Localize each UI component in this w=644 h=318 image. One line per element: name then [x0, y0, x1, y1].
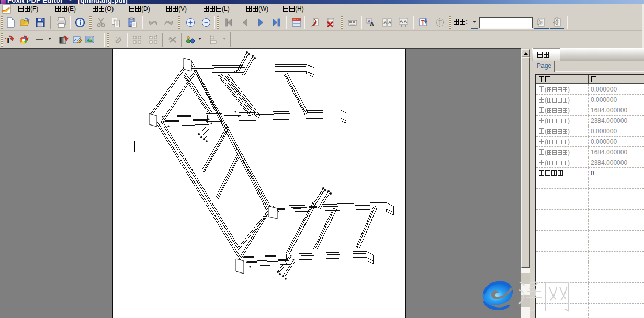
- svg-text:A: A: [388, 20, 391, 25]
- svg-text:T: T: [421, 19, 425, 26]
- svg-text:A: A: [400, 19, 403, 24]
- svg-text:A: A: [370, 21, 374, 27]
- svg-text:T: T: [5, 36, 12, 45]
- svg-text:T: T: [438, 20, 442, 26]
- svg-text:A: A: [383, 20, 387, 25]
- svg-text:A: A: [404, 19, 407, 24]
